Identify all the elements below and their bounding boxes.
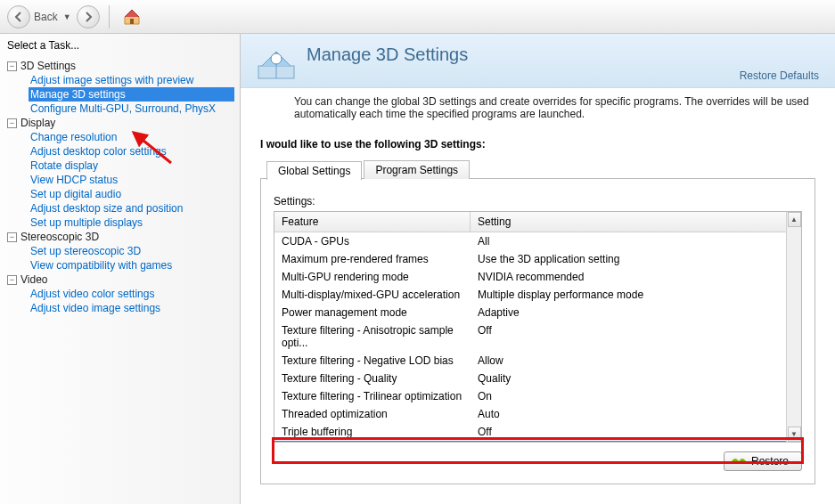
- nvidia-logo-icon: [732, 456, 746, 467]
- settings-row[interactable]: Multi-display/mixed-GPU accelerationMult…: [274, 286, 801, 304]
- feature-cell: Texture filtering - Negative LOD bias: [274, 352, 471, 370]
- tree-link[interactable]: Adjust video image settings: [29, 301, 234, 315]
- tree-group-label: 3D Settings: [20, 60, 76, 72]
- col-header-setting[interactable]: Setting: [471, 212, 801, 232]
- tree-link[interactable]: Adjust desktop color settings: [29, 144, 234, 159]
- back-button[interactable]: [7, 5, 30, 28]
- svg-rect-0: [130, 19, 134, 24]
- back-label: Back: [34, 11, 58, 23]
- tree-link[interactable]: Rotate display: [29, 159, 234, 173]
- collapse-icon[interactable]: −: [7, 118, 17, 128]
- page-description: You can change the global 3D settings an…: [241, 88, 835, 133]
- settings-section: I would like to use the following 3D set…: [241, 133, 835, 495]
- feature-cell: Texture filtering - Anisotropic sample o…: [274, 321, 471, 352]
- feature-cell: Maximum pre-rendered frames: [274, 250, 471, 268]
- restore-button-label: Restore: [751, 455, 789, 467]
- feature-cell: Texture filtering - Trilinear optimizati…: [274, 387, 471, 405]
- setting-cell[interactable]: Use the 3D application setting: [471, 250, 801, 268]
- setting-cell[interactable]: Off: [471, 321, 801, 352]
- tree-link[interactable]: Set up multiple displays: [29, 215, 234, 230]
- setting-cell[interactable]: Adaptive: [471, 304, 801, 321]
- restore-button[interactable]: Restore: [724, 451, 802, 471]
- tree-group[interactable]: −3D Settings: [5, 59, 234, 73]
- back-dropdown[interactable]: ▼: [63, 12, 71, 21]
- tree-link[interactable]: Change resolution: [29, 130, 234, 144]
- settings-row[interactable]: Threaded optimizationAuto: [274, 405, 801, 423]
- scroll-up-button[interactable]: ▲: [788, 212, 801, 227]
- sidebar-title: Select a Task...: [0, 34, 240, 57]
- scroll-down-button[interactable]: ▼: [788, 427, 801, 442]
- tree-group-label: Display: [20, 117, 55, 129]
- col-header-feature[interactable]: Feature: [274, 212, 471, 232]
- svg-point-3: [271, 53, 282, 64]
- home-icon: [122, 8, 142, 26]
- feature-cell: Power management mode: [274, 304, 471, 321]
- tab[interactable]: Program Settings: [364, 160, 470, 179]
- arrow-left-icon: [13, 12, 24, 22]
- settings-row[interactable]: Texture filtering - Anisotropic sample o…: [274, 321, 801, 352]
- setting-cell[interactable]: Allow: [471, 352, 801, 370]
- collapse-icon[interactable]: −: [7, 61, 17, 71]
- tree-link[interactable]: Adjust image settings with preview: [29, 73, 234, 87]
- setting-cell[interactable]: Multiple display performance mode: [471, 286, 801, 304]
- settings-row[interactable]: Vertical syncAdaptive▼: [274, 441, 801, 442]
- feature-cell: Texture filtering - Quality: [274, 370, 471, 387]
- scrollbar[interactable]: ▲ ▼: [786, 212, 801, 442]
- setting-cell[interactable]: On: [471, 387, 801, 405]
- setting-cell[interactable]: Adaptive▼: [471, 441, 801, 442]
- tree-group[interactable]: −Stereoscopic 3D: [5, 230, 234, 244]
- forward-button[interactable]: [77, 5, 100, 28]
- grid-body: CUDA - GPUsAllMaximum pre-rendered frame…: [274, 232, 801, 442]
- settings-row[interactable]: Power management modeAdaptive: [274, 304, 801, 321]
- tree-link[interactable]: Manage 3D settings: [29, 87, 234, 102]
- setting-cell[interactable]: Auto: [471, 405, 801, 423]
- feature-cell: Multi-GPU rendering mode: [274, 268, 471, 286]
- toolbar: Back ▼: [0, 0, 835, 34]
- feature-cell: Triple buffering: [274, 423, 471, 441]
- feature-cell: Vertical sync: [274, 441, 471, 442]
- tree-link[interactable]: Adjust video color settings: [29, 287, 234, 301]
- tree-group-label: Stereoscopic 3D: [20, 231, 99, 243]
- grid-header: Feature Setting: [274, 212, 801, 232]
- tree-link[interactable]: Adjust desktop size and position: [29, 201, 234, 215]
- task-tree: −3D SettingsAdjust image settings with p…: [0, 57, 240, 504]
- settings-row[interactable]: Triple bufferingOff: [274, 423, 801, 441]
- tree-group[interactable]: −Display: [5, 116, 234, 130]
- feature-cell: Threaded optimization: [274, 405, 471, 423]
- tree-link[interactable]: View HDCP status: [29, 173, 234, 187]
- tree-link[interactable]: View compatibility with games: [29, 258, 234, 272]
- page-title: Manage 3D Settings: [307, 45, 468, 65]
- tab[interactable]: Global Settings: [266, 161, 362, 180]
- settings-row[interactable]: Multi-GPU rendering modeNVIDIA recommend…: [274, 268, 801, 286]
- section-title: I would like to use the following 3D set…: [260, 138, 815, 159]
- tabs-bar: Global SettingsProgram Settings: [266, 160, 471, 179]
- toolbar-separator: [109, 5, 110, 28]
- settings-grid: Feature Setting CUDA - GPUsAllMaximum pr…: [274, 211, 802, 443]
- setting-cell[interactable]: Off: [471, 423, 801, 441]
- setting-cell[interactable]: Quality: [471, 370, 801, 387]
- arrow-right-icon: [83, 12, 94, 22]
- settings-row[interactable]: Texture filtering - Trilinear optimizati…: [274, 387, 801, 405]
- main-panel: Manage 3D Settings Restore Defaults You …: [241, 34, 835, 504]
- settings-row[interactable]: Texture filtering - QualityQuality: [274, 370, 801, 387]
- settings-row[interactable]: Texture filtering - Negative LOD biasAll…: [274, 352, 801, 370]
- settings-row[interactable]: Maximum pre-rendered framesUse the 3D ap…: [274, 250, 801, 268]
- feature-cell: CUDA - GPUs: [274, 232, 471, 250]
- tree-link[interactable]: Configure Multi-GPU, Surround, PhysX: [29, 102, 234, 116]
- collapse-icon[interactable]: −: [7, 232, 17, 242]
- settings-label: Settings:: [274, 195, 802, 207]
- sidebar: Select a Task... −3D SettingsAdjust imag…: [0, 34, 241, 504]
- manage-3d-icon: [257, 43, 296, 82]
- setting-cell[interactable]: All: [471, 232, 801, 250]
- feature-cell: Multi-display/mixed-GPU acceleration: [274, 286, 471, 304]
- settings-row[interactable]: CUDA - GPUsAll: [274, 232, 801, 250]
- tree-link[interactable]: Set up digital audio: [29, 187, 234, 201]
- setting-cell[interactable]: NVIDIA recommended: [471, 268, 801, 286]
- settings-panel: Global SettingsProgram Settings Settings…: [260, 178, 815, 484]
- restore-defaults-link[interactable]: Restore Defaults: [740, 69, 819, 82]
- collapse-icon[interactable]: −: [7, 275, 17, 285]
- home-button[interactable]: [119, 5, 145, 28]
- tree-group[interactable]: −Video: [5, 272, 234, 287]
- tree-link[interactable]: Set up stereoscopic 3D: [29, 244, 234, 258]
- banner: Manage 3D Settings Restore Defaults: [241, 34, 835, 88]
